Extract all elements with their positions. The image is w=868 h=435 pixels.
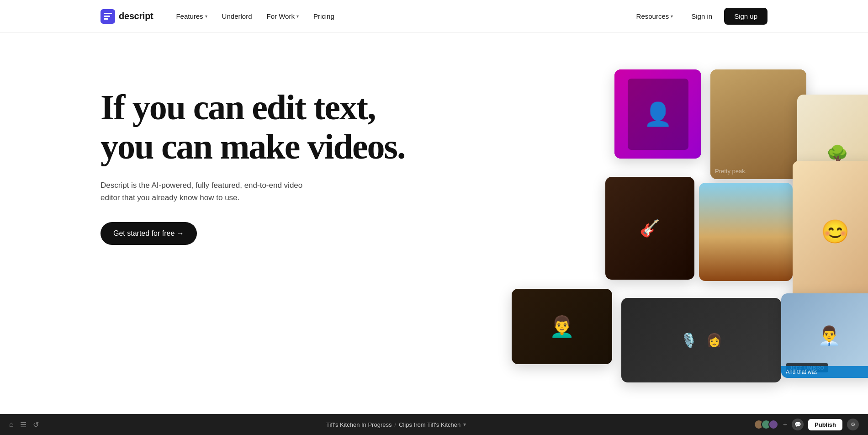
refresh-icon[interactable]: ↺: [33, 420, 39, 429]
chevron-down-icon-3: ▾: [671, 14, 673, 19]
nav-pricing[interactable]: Pricing: [307, 9, 341, 24]
svg-rect-3: [104, 18, 108, 20]
video-card-face: 👨‍🦱: [512, 289, 612, 364]
dropdown-arrow-icon[interactable]: ▾: [463, 421, 466, 428]
cta-button[interactable]: Get started for free →: [101, 222, 197, 245]
avatar-3: [768, 419, 778, 430]
chevron-down-icon: ▾: [205, 14, 207, 19]
menu-icon[interactable]: ☰: [20, 420, 26, 429]
home-icon[interactable]: ⌂: [9, 420, 14, 429]
app-bar: ⌂ ☰ ↺ Tiff's Kitchen In Progress / Clips…: [0, 414, 868, 435]
navigation: descript Features ▾ Underlord For Work ▾…: [0, 0, 868, 33]
video-card-4: 🎸: [605, 177, 694, 280]
settings-icon[interactable]: ⚙: [847, 419, 859, 430]
nav-features[interactable]: Features ▾: [169, 9, 213, 24]
svg-rect-1: [104, 13, 112, 14]
app-bar-center: Tiff's Kitchen In Progress / Clips from …: [39, 421, 754, 428]
jeff-subtitle: And that was: [781, 366, 868, 378]
nav-underlord[interactable]: Underlord: [216, 9, 259, 24]
video-card-jeff: 👨‍💼 JEFF UMBRO And that was: [781, 293, 868, 378]
add-collaborator-icon[interactable]: +: [783, 420, 787, 429]
signup-button[interactable]: Sign up: [724, 8, 767, 25]
chat-icon[interactable]: 💬: [792, 419, 804, 430]
app-bar-right-controls: + 💬 Publish ⚙: [754, 419, 859, 430]
svg-rect-2: [104, 16, 110, 17]
signin-button[interactable]: Sign in: [683, 9, 720, 24]
publish-button[interactable]: Publish: [808, 419, 842, 430]
video-card-woman: 😊: [793, 161, 868, 302]
video-collage: 👤 Pretty peak. 🌳 🎸: [466, 69, 868, 408]
clip-subtitle: Clips from Tiff's Kitchen: [399, 421, 460, 428]
hero-section: If you can edit text, you can make video…: [0, 33, 868, 408]
nav-for-work[interactable]: For Work ▾: [260, 9, 305, 24]
hero-content: If you can edit text, you can make video…: [101, 69, 405, 245]
nav-links: Features ▾ Underlord For Work ▾ Pricing: [169, 9, 630, 24]
video-card-sky: [699, 183, 793, 281]
video-card-2: Pretty peak.: [710, 69, 806, 179]
hero-subtitle: Descript is the AI-powered, fully featur…: [101, 179, 320, 204]
chevron-down-icon-2: ▾: [296, 14, 299, 19]
collaborators: [754, 419, 778, 430]
descript-logo-icon: [101, 9, 115, 24]
logo-text: descript: [119, 11, 153, 21]
nav-resources[interactable]: Resources ▾: [630, 9, 680, 24]
project-title: Tiff's Kitchen In Progress: [326, 421, 392, 428]
app-bar-left-controls: ⌂ ☰ ↺: [9, 420, 39, 429]
logo[interactable]: descript: [101, 9, 153, 24]
nav-right: Resources ▾ Sign in Sign up: [630, 8, 767, 25]
video-card-studio: 🎙️ 👩: [621, 298, 781, 382]
path-separator: /: [394, 421, 396, 428]
video-card-1: 👤: [614, 69, 701, 159]
hero-title: If you can edit text, you can make video…: [101, 88, 405, 166]
